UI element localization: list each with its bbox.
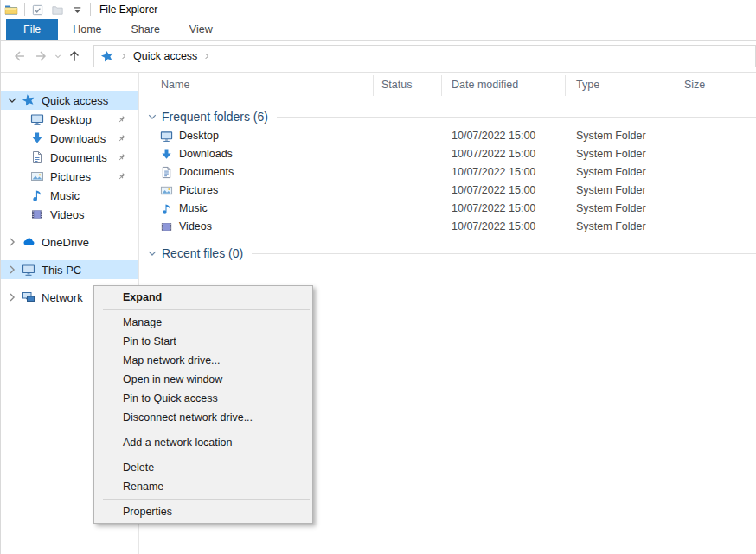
- sidebar-item-desktop[interactable]: Desktop: [1, 110, 138, 129]
- sidebar-item-music[interactable]: Music: [1, 186, 138, 205]
- column-header-date-modified[interactable]: Date modified: [452, 79, 518, 91]
- forward-button[interactable]: [30, 45, 51, 67]
- menu-separator: [103, 309, 310, 310]
- tab-home[interactable]: Home: [58, 19, 116, 40]
- file-date-modified: 10/07/2022 15:00: [452, 166, 535, 178]
- group-chevron-icon[interactable]: [147, 248, 157, 258]
- file-date-modified: 10/07/2022 15:00: [452, 184, 535, 196]
- sidebar-item-quick-access[interactable]: Quick access: [1, 91, 138, 110]
- column-separator[interactable]: [753, 75, 753, 96]
- pin-icon: [117, 115, 126, 124]
- sidebar-item-label: This PC: [42, 264, 81, 277]
- breadcrumb-item[interactable]: Quick access: [133, 50, 197, 62]
- downloads-icon: [160, 148, 173, 161]
- file-type: System Folder: [576, 202, 646, 214]
- recent-locations-dropdown[interactable]: [51, 45, 64, 67]
- menu-item-expand[interactable]: Expand: [94, 288, 312, 307]
- tab-view[interactable]: View: [175, 19, 227, 40]
- chevron-down-icon[interactable]: [6, 94, 18, 106]
- file-explorer-window: File Explorer FileHomeShareView Quick ac…: [0, 0, 756, 554]
- group-header-recent-files-0[interactable]: Recent files (0): [140, 243, 756, 264]
- menu-item-add-a-network-location[interactable]: Add a network location: [94, 433, 312, 452]
- column-separator[interactable]: [441, 75, 442, 96]
- back-icon: [12, 48, 28, 64]
- sidebar-item-pictures[interactable]: Pictures: [1, 167, 138, 186]
- sidebar-item-label: Documents: [50, 151, 107, 164]
- pictures-icon: [160, 184, 173, 197]
- desktop-icon: [160, 130, 173, 143]
- desktop-icon: [30, 112, 44, 126]
- file-row-pictures[interactable]: Pictures10/07/2022 15:00System Folder: [140, 181, 756, 200]
- file-row-desktop[interactable]: Desktop10/07/2022 15:00System Folder: [140, 127, 756, 145]
- menu-item-manage[interactable]: Manage: [94, 313, 312, 332]
- titlebar: File Explorer: [1, 0, 756, 19]
- sidebar-item-onedrive[interactable]: OneDrive: [1, 232, 138, 252]
- up-button[interactable]: [64, 45, 85, 67]
- tab-file[interactable]: File: [6, 19, 58, 40]
- file-type: System Folder: [576, 130, 646, 142]
- pin-icon: [117, 153, 126, 162]
- menu-item-open-in-new-window[interactable]: Open in new window: [94, 370, 312, 389]
- titlebar-separator: [24, 3, 25, 16]
- group-header-frequent-folders-6[interactable]: Frequent folders (6): [140, 106, 756, 127]
- pin-icon: [117, 172, 126, 181]
- group-chevron-icon[interactable]: [147, 111, 157, 122]
- column-header-status[interactable]: Status: [381, 79, 412, 91]
- file-row-documents[interactable]: Documents10/07/2022 15:00System Folder: [140, 163, 756, 181]
- tab-share[interactable]: Share: [117, 19, 175, 40]
- chevron-right-icon[interactable]: [6, 264, 18, 276]
- explorer-logo-icon[interactable]: [4, 3, 18, 16]
- file-date-modified: 10/07/2022 15:00: [452, 202, 535, 214]
- file-name: Documents: [179, 166, 234, 178]
- group-header-label: Recent files (0): [162, 246, 243, 260]
- sidebar-item-downloads[interactable]: Downloads: [1, 129, 138, 148]
- this-pc-icon: [22, 263, 35, 277]
- customize-toolbar-dropdown-icon[interactable]: [71, 3, 84, 16]
- menu-item-delete[interactable]: Delete: [94, 458, 312, 477]
- sidebar-item-label: Music: [50, 189, 80, 202]
- column-header-type[interactable]: Type: [576, 79, 599, 91]
- menu-item-pin-to-quick-access[interactable]: Pin to Quick access: [94, 389, 312, 408]
- group-header-line: [277, 117, 756, 118]
- menu-item-pin-to-start[interactable]: Pin to Start: [94, 332, 312, 351]
- list-area: Frequent folders (6)Desktop10/07/2022 15…: [140, 106, 756, 264]
- file-row-music[interactable]: Music10/07/2022 15:00System Folder: [140, 200, 756, 218]
- chevron-right-icon[interactable]: [6, 291, 18, 303]
- menu-item-rename[interactable]: Rename: [94, 477, 312, 496]
- chevron-down-icon: [53, 51, 63, 61]
- quick-access-star-icon: [100, 49, 114, 63]
- menu-separator: [103, 430, 310, 430]
- sidebar-item-this-pc[interactable]: This PC: [1, 260, 138, 279]
- sidebar-item-label: OneDrive: [42, 236, 89, 249]
- sidebar-item-label: Pictures: [50, 170, 91, 183]
- file-type: System Folder: [576, 220, 646, 232]
- menu-item-map-network-drive[interactable]: Map network drive...: [94, 351, 312, 370]
- file-name: Pictures: [179, 184, 218, 196]
- file-row-downloads[interactable]: Downloads10/07/2022 15:00System Folder: [140, 145, 756, 163]
- documents-icon: [30, 150, 44, 164]
- column-separator[interactable]: [373, 75, 374, 96]
- properties-check-icon[interactable]: [31, 3, 44, 16]
- breadcrumb-chevron-icon[interactable]: [119, 52, 128, 60]
- column-header-name[interactable]: Name: [161, 79, 189, 91]
- file-row-videos[interactable]: Videos10/07/2022 15:00System Folder: [140, 218, 756, 236]
- new-folder-icon[interactable]: [51, 3, 64, 16]
- group-header-label: Frequent folders (6): [162, 110, 268, 124]
- column-separator[interactable]: [676, 75, 676, 96]
- network-icon: [22, 290, 35, 304]
- file-type: System Folder: [576, 166, 646, 178]
- menu-item-properties[interactable]: Properties: [94, 502, 312, 521]
- file-date-modified: 10/07/2022 15:00: [452, 148, 535, 160]
- back-button[interactable]: [10, 45, 30, 67]
- column-header-size[interactable]: Size: [684, 79, 705, 91]
- breadcrumb-chevron-icon[interactable]: [202, 52, 211, 60]
- address-bar[interactable]: Quick access: [93, 45, 756, 67]
- column-separator[interactable]: [565, 75, 566, 96]
- sidebar-item-videos[interactable]: Videos: [1, 205, 138, 224]
- window-title: File Explorer: [99, 3, 157, 16]
- context-menu: ExpandManagePin to StartMap network driv…: [93, 285, 313, 524]
- chevron-right-icon[interactable]: [6, 236, 18, 248]
- menu-item-disconnect-network-drive[interactable]: Disconnect network drive...: [94, 408, 312, 427]
- pictures-icon: [30, 169, 44, 183]
- sidebar-item-documents[interactable]: Documents: [1, 148, 138, 167]
